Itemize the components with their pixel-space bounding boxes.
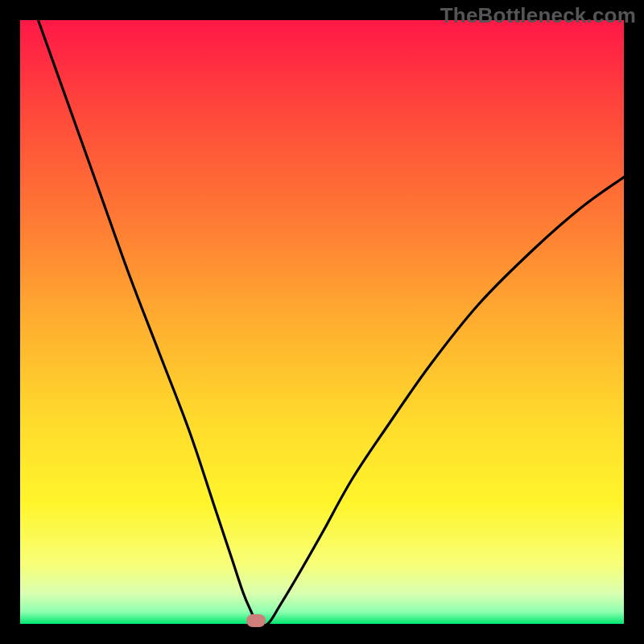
- bottleneck-curve: [20, 20, 624, 624]
- plot-area: [20, 20, 624, 624]
- optimal-point-marker: [246, 614, 266, 627]
- chart-container: TheBottleneck.com: [0, 0, 644, 644]
- watermark-label: TheBottleneck.com: [440, 3, 636, 28]
